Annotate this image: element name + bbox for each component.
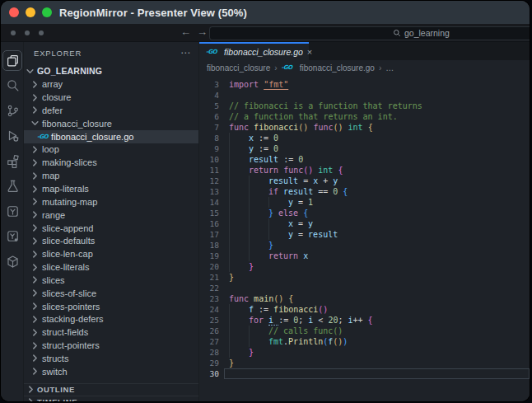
code-line-14[interactable]: 14y = 1 (199, 197, 530, 208)
line-number: 27 (199, 336, 219, 347)
breadcrumb-symbol[interactable]: … (385, 63, 394, 73)
window-title: RegionMirror - Presenter View (50%) (59, 7, 247, 19)
outline-section-label: OUTLINE (37, 385, 75, 394)
tree-item-range[interactable]: range (24, 209, 198, 222)
extensions-icon[interactable] (1, 148, 24, 174)
command-center-searchbox[interactable]: go_learning (209, 26, 530, 40)
tree-item-struct-pointers[interactable]: struct-pointers (24, 339, 198, 352)
tree-item-fibonacci-closure[interactable]: fibonacci_closure (24, 117, 198, 130)
tree-item-slice-literals[interactable]: slice-literals (24, 260, 198, 274)
mirrored-minimize-icon (25, 30, 30, 35)
code-line-30[interactable]: 30 (199, 368, 530, 379)
code-line-28[interactable]: 28} (199, 347, 530, 358)
tree-item-slice-append[interactable]: slice-append (24, 222, 198, 235)
tree-item-defer[interactable]: defer (24, 104, 198, 117)
chevron-right-icon (31, 302, 39, 310)
tree-item-slices-of-slice[interactable]: slices-of-slice (24, 287, 198, 300)
tree-item-making-slices[interactable]: making-slices (24, 156, 198, 169)
code-line-27[interactable]: 27fmt.Println(f()) (199, 336, 530, 347)
indent-guide (229, 218, 230, 229)
code-line-26[interactable]: 26// calls func() (199, 326, 530, 336)
forward-button[interactable]: → (197, 26, 208, 38)
tree-item-slices[interactable]: slices (24, 274, 198, 287)
vscode-titlebar: ← → go_learning (1, 24, 530, 42)
back-button[interactable]: ← (180, 26, 191, 38)
tree-item-mutating-map[interactable]: mutating-map (24, 195, 198, 209)
code-line-25[interactable]: 25for i := 0; i < 20; i++ { (199, 315, 530, 326)
tree-item-slice-defaults[interactable]: slice-defaults (24, 234, 198, 247)
code-line-15[interactable]: 15} else { (199, 208, 530, 218)
minimize-window-icon[interactable] (26, 7, 35, 17)
chevron-right-icon (31, 329, 39, 336)
tree-item-stacking-defers[interactable]: stacking-defers (24, 313, 198, 326)
code-line-12[interactable]: 12result = x + y (199, 176, 530, 186)
code-line-10[interactable]: 10result := 0 (199, 154, 530, 165)
code-line-29[interactable]: 29} (199, 358, 530, 368)
testing-icon[interactable] (1, 174, 24, 199)
close-tab-icon[interactable]: × (307, 48, 312, 57)
outline-section[interactable]: OUTLINE (24, 383, 198, 396)
code-line-18[interactable]: 18} (199, 240, 530, 251)
code-area[interactable]: 3import "fmt"45// fibonacci is a functio… (199, 75, 530, 401)
code-line-13[interactable]: 13if result == 0 { (199, 186, 530, 197)
tree-item-struct-fields[interactable]: struct-fields (24, 326, 198, 339)
breadcrumb-folder[interactable]: fibonacci_closure (207, 63, 270, 73)
tree-item-fibonacci-closure-go[interactable]: -GOfibonacci_closure.go (24, 130, 198, 143)
code-line-3[interactable]: 3import "fmt" (199, 79, 530, 90)
tree-root-label: GO_LEARNING (37, 66, 102, 76)
code-line-4[interactable]: 4 (199, 90, 530, 101)
chevron-right-icon (31, 251, 39, 258)
tree-item-label: slice-literals (42, 262, 89, 272)
breadcrumb-file[interactable]: fibonacci_closure.go (300, 63, 375, 73)
extension-box-1-icon[interactable] (1, 199, 24, 224)
source-control-icon[interactable] (1, 98, 24, 124)
code-line-24[interactable]: 24f := fibonacci() (199, 304, 530, 315)
tree-item-array[interactable]: array (24, 77, 198, 91)
mirrored-window-controls (11, 30, 44, 35)
code-line-16[interactable]: 16x = y (199, 218, 530, 229)
tree-item-switch[interactable]: switch (24, 365, 198, 378)
chevron-right-icon (31, 342, 39, 349)
line-number: 16 (199, 218, 219, 229)
code-line-22[interactable]: 22 (199, 283, 530, 293)
code-line-17[interactable]: 17y = result (199, 229, 530, 240)
code-line-21[interactable]: 21} (199, 272, 530, 283)
extension-box-2-icon[interactable] (1, 224, 24, 250)
code-line-23[interactable]: 23func main() { (199, 293, 530, 304)
code-line-11[interactable]: 11return func() int { (199, 165, 530, 176)
search-icon[interactable] (1, 73, 24, 99)
tree-item-loop[interactable]: loop (24, 143, 198, 157)
tree-item-closure[interactable]: closure (24, 91, 198, 104)
close-window-icon[interactable] (9, 7, 19, 17)
code-line-8[interactable]: 8x := 0 (199, 133, 530, 143)
tree-item-slice-len-cap[interactable]: slice-len-cap (24, 247, 198, 260)
chevron-right-icon (31, 211, 39, 218)
code-line-6[interactable]: 6// a function that returns an int. (199, 111, 530, 122)
code-line-19[interactable]: 19return x (199, 251, 530, 261)
tab-fibonacci-closure-go[interactable]: -GO fibonacci_closure.go × (199, 42, 309, 60)
tree-item-map[interactable]: map (24, 169, 198, 182)
zoom-window-icon[interactable] (42, 7, 52, 17)
code-line-9[interactable]: 9y := 0 (199, 143, 530, 154)
explorer-icon[interactable] (1, 48, 24, 73)
indent-guide (229, 240, 230, 251)
sidebar-header: EXPLORER ⋯ (24, 42, 198, 63)
indent-guide (229, 261, 230, 272)
code-line-20[interactable]: 20} (199, 261, 530, 272)
package-3d-icon[interactable] (1, 249, 24, 274)
tree-root-go-learning[interactable]: GO_LEARNING (24, 65, 198, 78)
chevron-right-icon (31, 81, 39, 88)
code-line-7[interactable]: 7func fibonacci() func() int { (199, 122, 530, 133)
sidebar-more-actions-icon[interactable]: ⋯ (180, 49, 190, 57)
line-number: 25 (199, 315, 219, 326)
indent-guide (229, 176, 230, 186)
line-number: 18 (199, 240, 219, 251)
tree-item-slices-pointers[interactable]: slices-pointers (24, 300, 198, 313)
tree-item-map-literals[interactable]: map-literals (24, 182, 198, 195)
tree-item-structs[interactable]: structs (24, 352, 198, 365)
tree-item-label: slice-append (42, 223, 93, 233)
run-debug-icon[interactable] (1, 124, 24, 149)
timeline-section[interactable]: TIMELINE (24, 396, 198, 402)
tree-item-label: array (42, 79, 63, 89)
code-line-5[interactable]: 5// fibonacci is a function that returns (199, 101, 530, 111)
